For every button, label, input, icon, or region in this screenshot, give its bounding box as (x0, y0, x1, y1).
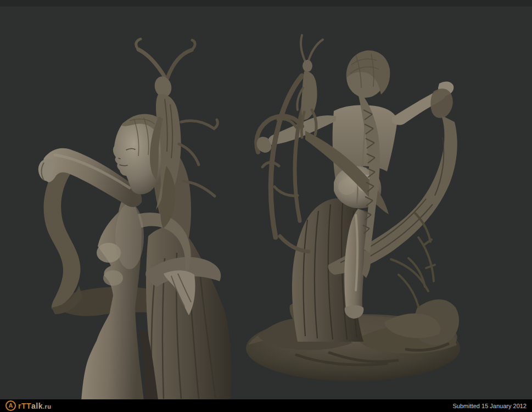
logo-domain-suffix: .ru (43, 403, 52, 410)
logo-wordmark: rTT alk .ru (18, 402, 52, 410)
top-bar (0, 0, 532, 7)
submission-date-text: Submitted 15 January 2012 (452, 403, 527, 409)
logo-circle-a-icon: A (5, 400, 16, 411)
arttalk-watermark-logo: A rTT alk .ru (5, 400, 52, 411)
statue-left-closeup (38, 39, 232, 401)
artwork-page: A rTT alk .ru Submitted 15 January 2012 (0, 0, 532, 412)
logo-text-part1: rTT (18, 402, 31, 410)
bottom-bar: A rTT alk .ru Submitted 15 January 2012 (0, 399, 532, 412)
statue-right-fullview (246, 35, 460, 381)
logo-text-part2: alk (31, 402, 43, 410)
sculpture-render-image (0, 0, 532, 412)
